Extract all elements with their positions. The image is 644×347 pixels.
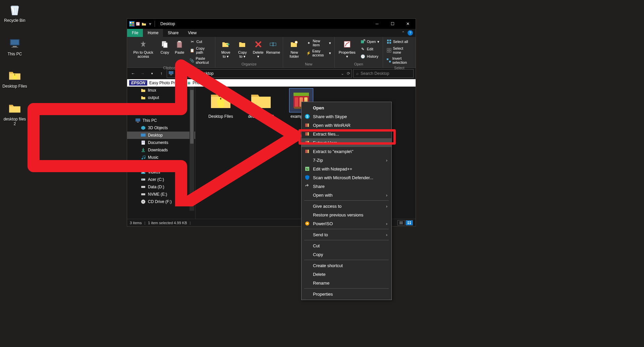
rename-icon [268, 39, 278, 50]
ctx-properties[interactable]: Properties [302, 290, 391, 298]
properties-button[interactable]: Properties ▾ [337, 38, 358, 59]
tree-3d-objects[interactable]: 3D Objects [127, 124, 195, 132]
window-title: Desktop [160, 21, 175, 26]
qat-overflow[interactable]: ▾ [147, 21, 153, 27]
paste-shortcut-button[interactable]: 📎Paste shortcut [188, 56, 213, 65]
tab-view[interactable]: View [183, 29, 201, 37]
breadcrumb-seg[interactable]: Desktop [199, 71, 214, 76]
address-dropdown[interactable]: ⌄ [341, 71, 344, 76]
minimize-button[interactable]: ─ [369, 19, 385, 29]
back-button[interactable]: ← [129, 69, 137, 78]
history-button[interactable]: 🕐History [359, 53, 381, 60]
edit-button[interactable]: ✎Edit [359, 46, 381, 52]
tree-output[interactable]: output [127, 94, 195, 101]
ctx-poweriso[interactable]: PowerISO› [302, 219, 391, 228]
ctx-share-skype[interactable]: SShare with Skype [302, 112, 391, 121]
svg-rect-62 [408, 221, 409, 222]
tree-cd-drive[interactable]: CD Drive (F:) [127, 198, 195, 205]
ctx-share[interactable]: Share [302, 182, 391, 191]
forward-button[interactable]: → [139, 69, 147, 78]
svg-rect-74 [305, 141, 306, 144]
new-item-icon: ✦ [306, 40, 311, 46]
breadcrumb-seg[interactable]: This PC [179, 71, 194, 76]
ctx-open-with[interactable]: Open with› [302, 191, 391, 199]
folder-icon [209, 89, 232, 112]
epson-easy-photo-print[interactable]: Easy Photo Print [149, 81, 179, 85]
ribbon-collapse-icon[interactable]: ⌃ [401, 31, 405, 35]
ctx-extract-files[interactable]: Extract files... [302, 130, 391, 138]
help-icon[interactable]: ? [408, 30, 413, 36]
recent-locations-button[interactable]: ▾ [148, 69, 156, 78]
tree-music[interactable]: Music [127, 154, 195, 161]
ctx-create-shortcut[interactable]: Create shortcut [302, 261, 391, 270]
tree-this-pc[interactable]: This PC [127, 117, 195, 124]
copy-button[interactable]: Copy [157, 38, 172, 55]
ctx-copy[interactable]: Copy [302, 250, 391, 259]
qat-properties-icon[interactable] [135, 21, 141, 27]
ctx-give-access[interactable]: Give access to› [302, 202, 391, 210]
tree-acer[interactable]: Acer (C:) [127, 176, 195, 183]
tree-videos[interactable]: Videos [127, 168, 195, 176]
search-input[interactable]: ⌕ Search Desktop [353, 69, 414, 78]
desktop-icon-recycle-bin[interactable]: Recycle Bin [2, 3, 28, 23]
file-desktop-files[interactable]: Desktop FIles [202, 89, 239, 119]
new-folder-button[interactable]: New folder [285, 38, 304, 59]
desktop-icon-desktop-files-2[interactable]: desktop files 2 [2, 101, 28, 126]
pin-quick-access-button[interactable]: Pin to Quick access [129, 38, 157, 59]
ctx-extract-to[interactable]: Extract to "example\" [302, 147, 391, 156]
ctx-cut[interactable]: Cut [302, 241, 391, 250]
ctx-defender[interactable]: Scan with Microsoft Defender... [302, 173, 391, 182]
drive-icon [141, 184, 146, 190]
ctx-open-winrar[interactable]: Open with WinRAR [302, 121, 391, 130]
maximize-button[interactable]: ☐ [385, 19, 400, 29]
open-button[interactable]: Open ▾ [359, 38, 381, 45]
file-desktop-files-2[interactable]: desktop files 2 [243, 89, 279, 119]
tree-scrollbar[interactable] [190, 87, 194, 211]
invert-selection-button[interactable]: Invert selection [385, 56, 414, 65]
tree-downloads[interactable]: Downloads [127, 146, 195, 154]
desktop-icon-desktop-files[interactable]: Desktop FIles [2, 68, 28, 89]
ctx-open[interactable]: Open [302, 103, 391, 112]
easy-access-button[interactable]: ⚡Easy access ▾ [305, 48, 332, 58]
ctx-restore-versions[interactable]: Restore previous versions [302, 210, 391, 219]
tree-pictures[interactable]: Pictures [127, 161, 195, 168]
tab-file[interactable]: File [127, 29, 143, 37]
close-button[interactable]: ✕ [400, 19, 416, 29]
select-none-button[interactable]: Select none [385, 46, 414, 55]
delete-button[interactable]: Delete ▾ [251, 38, 266, 59]
move-to-button[interactable]: Move to ▾ [217, 38, 234, 59]
qat-folder-icon[interactable] [141, 21, 147, 27]
ctx-7zip[interactable]: 7-Zip› [302, 156, 391, 164]
tree-onedrive[interactable]: OneDrive - Personal [127, 106, 195, 113]
paste-button[interactable]: Paste [172, 38, 187, 55]
new-item-button[interactable]: ✦New item ▾ [305, 38, 332, 48]
ctx-extract-here[interactable]: Extract Here [302, 138, 391, 147]
tab-share[interactable]: Share [163, 29, 183, 37]
view-details-button[interactable] [397, 220, 405, 226]
copy-path-button[interactable]: 📋Copy path [188, 46, 213, 55]
address-bar[interactable]: › This PC › Desktop ⌄ ⟳ [167, 69, 352, 78]
refresh-button[interactable]: ⟳ [347, 71, 350, 76]
tab-home[interactable]: Home [143, 29, 163, 37]
winrar-icon [304, 140, 310, 146]
up-button[interactable]: ↑ [157, 69, 165, 78]
tree-nvme[interactable]: NVME (E:) [127, 191, 195, 198]
select-none-icon [386, 48, 392, 53]
view-icons-button[interactable] [406, 220, 413, 226]
ctx-notepadpp[interactable]: NEdit with Notepad++ [302, 164, 391, 173]
cut-button[interactable]: ✂Cut [188, 38, 213, 45]
tree-linux[interactable]: linux [127, 87, 195, 94]
tree-desktop[interactable]: Desktop [127, 132, 195, 139]
tree-data[interactable]: Data (D:) [127, 183, 195, 191]
ctx-delete[interactable]: Delete [302, 270, 391, 279]
tree-documents[interactable]: Documents [127, 139, 195, 146]
epson-photo-print[interactable]: Photo Print [193, 81, 212, 85]
svg-rect-27 [387, 51, 389, 52]
winrar-icon [304, 148, 310, 154]
rename-button[interactable]: Rename [266, 38, 281, 55]
copy-to-button[interactable]: Copy to ▾ [234, 38, 251, 59]
ctx-send-to[interactable]: Send to› [302, 230, 391, 239]
desktop-icon-this-pc[interactable]: This PC [2, 36, 28, 56]
select-all-button[interactable]: Select all [385, 38, 414, 45]
ctx-rename[interactable]: Rename [302, 279, 391, 287]
